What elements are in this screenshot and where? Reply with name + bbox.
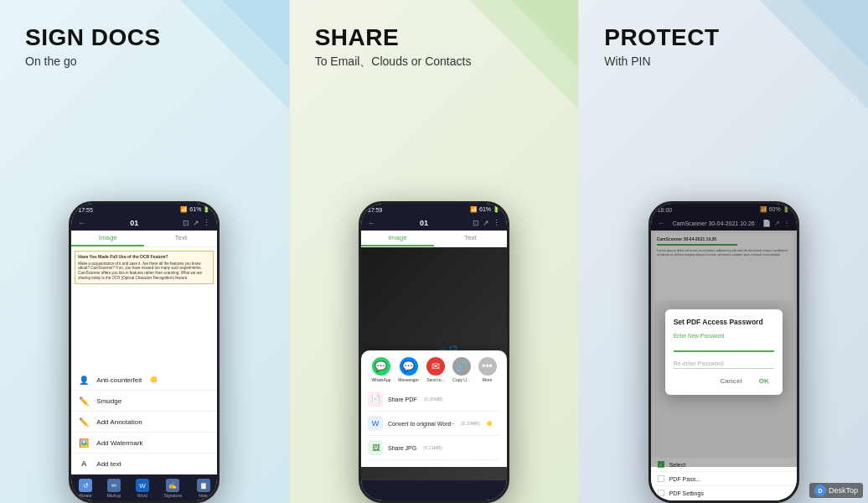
share-pdf-label: Share PDF: [388, 397, 417, 402]
share-app-whatsapp[interactable]: 💬 WhatsApp: [371, 357, 390, 382]
menu-item-watermark[interactable]: 🖼️ Add Watermark: [71, 433, 217, 454]
sign-tab-text[interactable]: Text: [144, 231, 217, 246]
word-label: Word: [137, 493, 147, 498]
share-title: SHARE: [315, 25, 400, 51]
share-app-messenger[interactable]: 💬 Messenger: [398, 357, 419, 382]
annotation-label: Add Annotation: [96, 418, 142, 426]
toolbar-markup[interactable]: ✏ Markup: [107, 479, 121, 498]
share-tab-text[interactable]: Text: [434, 231, 507, 246]
more-label: More: [483, 377, 492, 382]
share-option-word[interactable]: W Convert to original Word·· (0.20MB) 🟡: [368, 412, 500, 436]
share-bottom-bar: [361, 480, 507, 500]
rotate-icon: ↺: [79, 479, 92, 492]
pdfpass-checkbox: [658, 475, 664, 482]
share-app-sendto[interactable]: ✉ Send to...: [426, 357, 445, 382]
sign-status-bar: 17:55 📶 61% 🔋: [71, 204, 217, 215]
site-watermark: D DeskTop: [809, 483, 863, 498]
whatsapp-icon: 💬: [372, 357, 390, 376]
share-panel: SHARE To Email、Clouds or Contacts 17:59 …: [290, 0, 579, 503]
signature-label: Signature: [164, 493, 182, 498]
toolbar-word[interactable]: W Word: [136, 479, 149, 498]
desk-circle-icon: D: [814, 485, 826, 496]
share-more-icon: ⋮: [493, 219, 500, 227]
rotate-label: Rotate: [80, 493, 92, 498]
share-pdf-size: (0.30MB): [424, 397, 443, 402]
menu-item-smudge[interactable]: ✏️ Smudge: [71, 391, 217, 412]
markup-icon: ✏: [107, 479, 121, 492]
share-word-label: Convert to original Word··: [388, 421, 454, 427]
anticounterfeit-badge: 🟡: [150, 376, 158, 383]
sign-doc-content: Have You Made Full Use of the OCR Featur…: [71, 247, 217, 370]
smudge-label: Smudge: [96, 397, 121, 405]
menu-item-anticounterfeit[interactable]: 👤 Anti-counterfeit 🟡: [71, 370, 217, 391]
anticounterfeit-label: Anti-counterfeit: [96, 376, 142, 384]
share-app-row: 💬 WhatsApp 💬 Messenger ✉ Send to...: [368, 357, 500, 382]
share-sheet: 💬 WhatsApp 💬 Messenger ✉ Send to...: [361, 350, 507, 467]
dialog-password-input[interactable]: [674, 340, 774, 352]
sign-phone-body: 17:55 📶 61% 🔋 ← 01 ⊡ ↗ ⋮ Image Text: [69, 201, 220, 503]
share-crop-icon: ⊡: [473, 219, 479, 227]
markup-label: Markup: [107, 493, 121, 498]
anticounterfeit-icon: 👤: [78, 374, 90, 386]
share-phone: 17:59 📶 61% 🔋 ← 01 ⊡ ↗ ⋮ Image Text: [359, 201, 509, 503]
toolbar-note[interactable]: 📋 Note: [197, 479, 210, 498]
share-tab-image[interactable]: Image: [361, 231, 434, 246]
crop-icon: ⊡: [183, 219, 189, 227]
watermark-label: Add Watermark: [96, 439, 142, 447]
sign-panel: SIGN DOCS On the go 17:55 📶 61% 🔋 ← 01 ⊡…: [0, 0, 289, 503]
pdfsettings-checkbox: [658, 490, 664, 496]
copy-label: Copy U...: [452, 377, 470, 382]
share-nav-bar: ← 01 ⊡ ↗ ⋮: [361, 215, 507, 231]
menu-item-annotation[interactable]: ✏️ Add Annotation: [71, 412, 217, 433]
toolbar-rotate[interactable]: ↺ Rotate: [79, 479, 92, 498]
site-watermark-text: DeskTop: [829, 486, 858, 495]
sign-doc-text-area: Have You Made Full Use of the OCR Featur…: [75, 251, 214, 284]
signature-icon: ✍: [166, 479, 179, 492]
share-status-bar: 17:59 📶 61% 🔋: [361, 204, 507, 215]
share-icon: ↗: [193, 219, 199, 227]
share-phone-body: 17:59 📶 61% 🔋 ← 01 ⊡ ↗ ⋮ Image Text: [359, 201, 509, 503]
protect-option-pdfsettings[interactable]: PDF Settings: [651, 486, 797, 500]
share-tabs: Image Text: [361, 231, 507, 247]
toolbar-signature[interactable]: ✍ Signature: [164, 479, 182, 498]
dialog-reenter-input[interactable]: Re-enter Password: [674, 359, 774, 369]
protect-panel: PROTECT With PIN 18:00 📶 60% 🔋 ← CamScan…: [579, 0, 868, 503]
share-app-copy[interactable]: 🔗 Copy U...: [452, 357, 471, 382]
sign-doc-body: Make a acquaintance of it and save it. A…: [78, 262, 210, 281]
share-nav-back: ←: [368, 219, 375, 227]
jpg-icon: 🖼: [368, 440, 383, 455]
sign-doc-heading: Have You Made Full Use of the OCR Featur…: [78, 254, 210, 260]
sign-nav-icons: ⊡ ↗ ⋮: [183, 219, 210, 227]
share-nav-title: 01: [420, 219, 428, 227]
share-status-icons: 📶 61% 🔋: [470, 206, 500, 213]
sendto-label: Send to...: [426, 377, 444, 382]
sign-nav-title: 01: [130, 219, 138, 227]
share-option-jpg[interactable]: 🖼 Share JPG (0.21MB): [368, 436, 500, 460]
sendto-icon: ✉: [426, 357, 445, 376]
sign-tab-image[interactable]: Image: [71, 231, 144, 246]
addtext-icon: A: [78, 458, 90, 469]
protect-phone-body: 18:00 📶 60% 🔋 ← CamScanner 30-04-2021 10…: [648, 201, 799, 503]
share-subtitle: To Email、Clouds or Contacts: [315, 54, 472, 70]
share-word-badge: 🟡: [487, 421, 492, 426]
pdfsettings-label: PDF Settings: [669, 490, 704, 496]
more-icon: ⋮: [203, 219, 210, 227]
share-jpg-size: (0.21MB): [423, 445, 442, 450]
sign-status-icons: 📶 61% 🔋: [180, 206, 210, 213]
sign-menu-items: 👤 Anti-counterfeit 🟡 ✏️ Smudge ✏️ Add An…: [71, 370, 217, 474]
sign-title: SIGN DOCS: [25, 25, 161, 51]
dialog-cancel-btn[interactable]: Cancel: [715, 376, 747, 386]
protect-phone-screen: 18:00 📶 60% 🔋 ← CamScanner 30-04-2021 10…: [651, 204, 797, 500]
share-option-pdf[interactable]: 📄 Share PDF (0.30MB): [368, 387, 500, 412]
dialog-buttons: Cancel OK: [674, 376, 774, 386]
sign-time: 17:55: [78, 207, 93, 213]
share-app-more[interactable]: ••• More: [478, 357, 497, 382]
more-apps-icon: •••: [478, 357, 497, 376]
protect-deco-shape: [759, 0, 868, 109]
messenger-icon: 💬: [400, 357, 418, 376]
protect-option-pdfpass[interactable]: PDF Pass...: [651, 472, 797, 486]
menu-item-addtext[interactable]: A Add text: [71, 454, 217, 474]
protect-title: PROTECT: [604, 25, 719, 51]
dialog-ok-btn[interactable]: OK: [754, 376, 774, 386]
word-file-icon: W: [368, 416, 383, 431]
